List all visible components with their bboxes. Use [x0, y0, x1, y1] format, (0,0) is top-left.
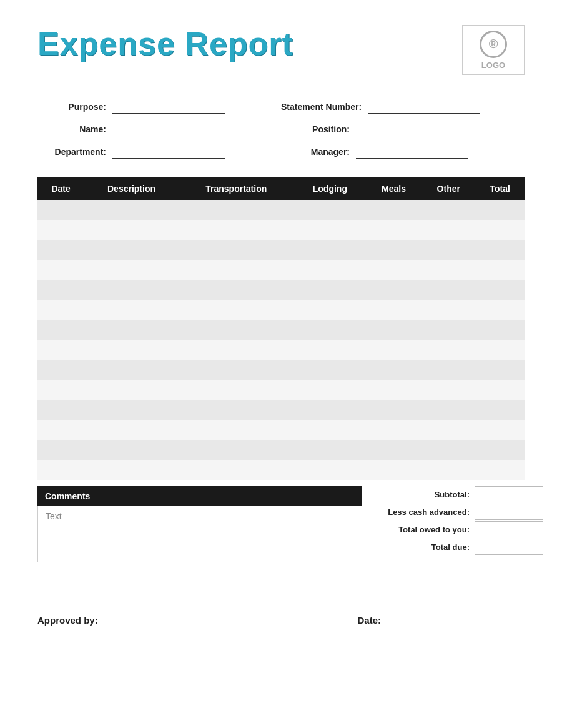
date-input[interactable]	[387, 612, 525, 627]
table-cell[interactable]	[179, 200, 294, 220]
table-cell[interactable]	[476, 200, 525, 220]
table-cell[interactable]	[179, 320, 294, 340]
table-cell[interactable]	[366, 360, 422, 380]
table-cell[interactable]	[179, 420, 294, 440]
table-cell[interactable]	[179, 300, 294, 320]
table-cell[interactable]	[476, 320, 525, 340]
table-cell[interactable]	[37, 200, 84, 220]
table-cell[interactable]	[84, 340, 179, 360]
table-cell[interactable]	[37, 360, 84, 380]
less-cash-input[interactable]	[475, 504, 543, 520]
table-cell[interactable]	[366, 300, 422, 320]
table-cell[interactable]	[422, 380, 475, 400]
table-cell[interactable]	[422, 220, 475, 240]
table-row[interactable]	[37, 440, 525, 460]
table-cell[interactable]	[422, 340, 475, 360]
table-cell[interactable]	[476, 340, 525, 360]
table-cell[interactable]	[366, 440, 422, 460]
table-cell[interactable]	[476, 440, 525, 460]
table-row[interactable]	[37, 280, 525, 300]
table-cell[interactable]	[84, 220, 179, 240]
table-cell[interactable]	[294, 420, 366, 440]
table-cell[interactable]	[476, 460, 525, 480]
table-cell[interactable]	[366, 380, 422, 400]
table-cell[interactable]	[84, 320, 179, 340]
table-row[interactable]	[37, 300, 525, 320]
name-input[interactable]	[112, 122, 225, 136]
table-cell[interactable]	[476, 420, 525, 440]
table-cell[interactable]	[179, 260, 294, 280]
table-cell[interactable]	[84, 300, 179, 320]
statement-number-input[interactable]	[368, 100, 480, 114]
table-cell[interactable]	[37, 300, 84, 320]
table-cell[interactable]	[294, 460, 366, 480]
table-cell[interactable]	[476, 220, 525, 240]
table-cell[interactable]	[422, 260, 475, 280]
table-cell[interactable]	[366, 240, 422, 260]
table-cell[interactable]	[366, 400, 422, 420]
table-cell[interactable]	[476, 260, 525, 280]
table-cell[interactable]	[179, 280, 294, 300]
table-row[interactable]	[37, 200, 525, 220]
table-cell[interactable]	[179, 380, 294, 400]
table-cell[interactable]	[37, 460, 84, 480]
table-row[interactable]	[37, 260, 525, 280]
table-cell[interactable]	[366, 260, 422, 280]
table-cell[interactable]	[84, 200, 179, 220]
table-cell[interactable]	[294, 440, 366, 460]
table-cell[interactable]	[37, 240, 84, 260]
table-cell[interactable]	[366, 280, 422, 300]
table-cell[interactable]	[422, 320, 475, 340]
table-cell[interactable]	[294, 220, 366, 240]
table-cell[interactable]	[476, 280, 525, 300]
table-cell[interactable]	[422, 420, 475, 440]
table-cell[interactable]	[294, 360, 366, 380]
table-row[interactable]	[37, 420, 525, 440]
table-cell[interactable]	[422, 460, 475, 480]
table-cell[interactable]	[294, 400, 366, 420]
table-cell[interactable]	[37, 340, 84, 360]
table-cell[interactable]	[422, 400, 475, 420]
table-cell[interactable]	[84, 440, 179, 460]
table-cell[interactable]	[84, 460, 179, 480]
total-owed-input[interactable]	[475, 521, 543, 537]
table-cell[interactable]	[294, 300, 366, 320]
table-cell[interactable]	[294, 200, 366, 220]
table-row[interactable]	[37, 460, 525, 480]
table-cell[interactable]	[366, 340, 422, 360]
table-cell[interactable]	[84, 260, 179, 280]
table-cell[interactable]	[84, 420, 179, 440]
table-cell[interactable]	[366, 420, 422, 440]
approved-by-input[interactable]	[104, 612, 242, 627]
table-cell[interactable]	[179, 220, 294, 240]
table-row[interactable]	[37, 340, 525, 360]
table-cell[interactable]	[422, 360, 475, 380]
table-row[interactable]	[37, 360, 525, 380]
table-row[interactable]	[37, 380, 525, 400]
table-cell[interactable]	[422, 280, 475, 300]
table-cell[interactable]	[84, 360, 179, 380]
table-cell[interactable]	[84, 240, 179, 260]
table-cell[interactable]	[422, 300, 475, 320]
table-cell[interactable]	[37, 440, 84, 460]
table-cell[interactable]	[476, 360, 525, 380]
table-cell[interactable]	[37, 400, 84, 420]
table-cell[interactable]	[37, 260, 84, 280]
department-input[interactable]	[112, 145, 225, 159]
table-cell[interactable]	[294, 240, 366, 260]
table-cell[interactable]	[84, 280, 179, 300]
table-cell[interactable]	[476, 400, 525, 420]
table-cell[interactable]	[179, 360, 294, 380]
table-cell[interactable]	[366, 220, 422, 240]
table-cell[interactable]	[294, 340, 366, 360]
table-row[interactable]	[37, 320, 525, 340]
purpose-input[interactable]	[112, 100, 225, 114]
table-cell[interactable]	[366, 320, 422, 340]
table-cell[interactable]	[179, 400, 294, 420]
table-cell[interactable]	[476, 300, 525, 320]
position-input[interactable]	[356, 122, 468, 136]
table-cell[interactable]	[37, 320, 84, 340]
table-cell[interactable]	[294, 260, 366, 280]
table-row[interactable]	[37, 240, 525, 260]
table-cell[interactable]	[179, 440, 294, 460]
